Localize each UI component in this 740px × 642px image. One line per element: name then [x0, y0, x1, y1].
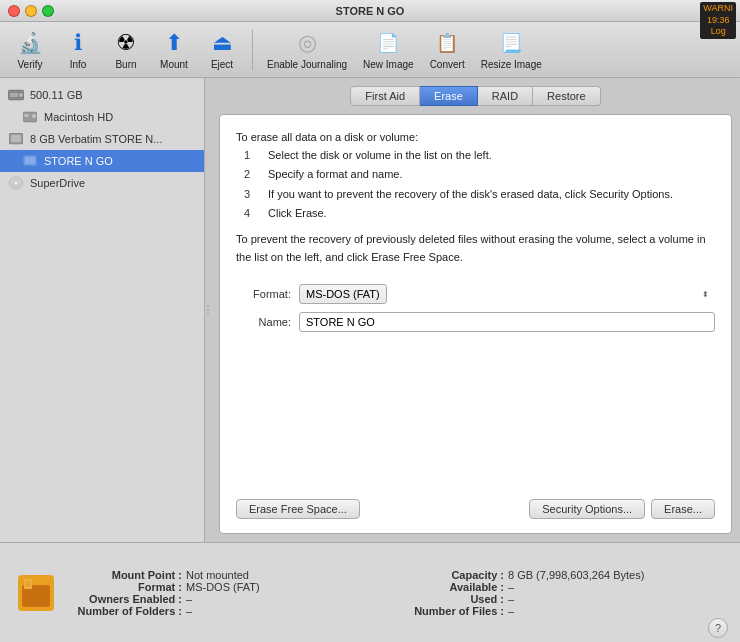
erase-content-panel: To erase all data on a disk or volume: 1…	[219, 114, 732, 534]
used-val: –	[508, 593, 514, 605]
toolbar-mount[interactable]: ⬆ Mount	[152, 25, 196, 74]
files-key: Number of Files :	[394, 605, 504, 617]
status-right-col: Capacity : 8 GB (7,998,603,264 Bytes) Av…	[394, 569, 696, 617]
format-label: Format:	[236, 288, 291, 300]
toolbar-verify[interactable]: 🔬 Verify	[8, 25, 52, 74]
sidebar-label-store-n-go: STORE N GO	[44, 155, 113, 167]
footer-note: To prevent the recovery of previously de…	[236, 231, 715, 266]
titlebar: STORE N GO WARNI 19:36 Log	[0, 0, 740, 22]
status-used: Used : –	[394, 593, 696, 605]
instruction-title: To erase all data on a disk or volume:	[236, 129, 715, 147]
toolbar-info[interactable]: ℹ Info	[56, 25, 100, 74]
toolbar-burn[interactable]: ☢ Burn	[104, 25, 148, 74]
toolbar-convert[interactable]: 📋 Convert	[424, 25, 471, 74]
instr-text-3: If you want to prevent the recovery of t…	[268, 186, 673, 204]
status-mount-point: Mount Point : Not mounted	[72, 569, 374, 581]
status-capacity: Capacity : 8 GB (7,998,603,264 Bytes)	[394, 569, 696, 581]
status-folders: Number of Folders : –	[72, 605, 374, 617]
tab-erase[interactable]: Erase	[420, 86, 478, 106]
mount-point-val: Not mounted	[186, 569, 249, 581]
svg-point-11	[14, 181, 18, 185]
sidebar-item-store-n-go[interactable]: STORE N GO	[0, 150, 204, 172]
status-left-col: Mount Point : Not mounted Format : MS-DO…	[72, 569, 374, 617]
convert-icon: 📋	[433, 29, 461, 57]
svg-point-14	[207, 313, 209, 315]
burn-icon: ☢	[112, 29, 140, 57]
sidebar-item-disk-500[interactable]: 500.11 GB	[0, 84, 204, 106]
convert-label: Convert	[430, 59, 465, 70]
eject-icon: ⏏	[208, 29, 236, 57]
resize-image-label: Resize Image	[481, 59, 542, 70]
instr-text-4: Click Erase.	[268, 205, 327, 223]
toolbar-resize-image[interactable]: 📃 Resize Image	[475, 25, 548, 74]
close-button[interactable]	[8, 5, 20, 17]
info-icon: ℹ	[64, 29, 92, 57]
instr-num-1: 1	[244, 147, 258, 165]
svg-rect-9	[25, 157, 35, 164]
folders-key: Number of Folders :	[72, 605, 182, 617]
resize-image-icon: 📃	[497, 29, 525, 57]
toolbar-eject[interactable]: ⏏ Eject	[200, 25, 244, 74]
new-image-icon: 📄	[374, 29, 402, 57]
window-controls	[8, 5, 54, 17]
format-val: MS-DOS (FAT)	[186, 581, 260, 593]
new-image-label: New Image	[363, 59, 414, 70]
mount-label: Mount	[160, 59, 188, 70]
svg-rect-1	[10, 93, 18, 97]
toolbar-sep1	[252, 30, 253, 70]
maximize-button[interactable]	[42, 5, 54, 17]
svg-rect-4	[24, 114, 29, 117]
minimize-button[interactable]	[25, 5, 37, 17]
sidebar-label-disk-500: 500.11 GB	[30, 89, 83, 101]
format-key: Format :	[72, 581, 182, 593]
log-badge-line1: WARNI	[703, 3, 733, 15]
instruction-list: 1 Select the disk or volume in the list …	[244, 147, 715, 223]
security-options-button[interactable]: Security Options...	[529, 499, 645, 519]
status-owners: Owners Enabled : –	[72, 593, 374, 605]
format-select-wrapper[interactable]: MS-DOS (FAT) ⬍	[299, 284, 715, 304]
verbatim-icon	[8, 131, 24, 147]
erase-button[interactable]: Erase...	[651, 499, 715, 519]
sidebar-label-superdrive: SuperDrive	[30, 177, 85, 189]
btn-group-right: Security Options... Erase...	[529, 499, 715, 519]
instr-num-2: 2	[244, 166, 258, 184]
tab-raid[interactable]: RAID	[478, 86, 533, 106]
info-label: Info	[70, 59, 87, 70]
svg-point-2	[19, 93, 23, 97]
toolbar-enable-journaling[interactable]: ◎ Enable Journaling	[261, 25, 353, 74]
mount-point-key: Mount Point :	[72, 569, 182, 581]
format-select[interactable]: MS-DOS (FAT)	[299, 284, 387, 304]
status-files: Number of Files : –	[394, 605, 696, 617]
available-key: Available :	[394, 581, 504, 593]
name-label: Name:	[236, 316, 291, 328]
name-row: Name:	[236, 312, 715, 332]
instr-row-3: 3 If you want to prevent the recovery of…	[244, 186, 715, 204]
verify-icon: 🔬	[16, 29, 44, 57]
name-input[interactable]	[299, 312, 715, 332]
available-val: –	[508, 581, 514, 593]
macintosh-hd-icon	[22, 109, 38, 125]
svg-rect-7	[11, 135, 21, 142]
sidebar-item-superdrive[interactable]: SuperDrive	[0, 172, 204, 194]
capacity-val: 8 GB (7,998,603,264 Bytes)	[508, 569, 644, 581]
status-grid: Mount Point : Not mounted Format : MS-DO…	[72, 569, 696, 617]
tab-first-aid[interactable]: First Aid	[350, 86, 420, 106]
help-button[interactable]: ?	[708, 618, 728, 638]
burn-label: Burn	[115, 59, 136, 70]
svg-point-13	[207, 309, 209, 311]
sidebar-item-verbatim[interactable]: 8 GB Verbatim STORE N...	[0, 128, 204, 150]
instr-row-2: 2 Specify a format and name.	[244, 166, 715, 184]
toolbar-new-image[interactable]: 📄 New Image	[357, 25, 420, 74]
erase-instructions: To erase all data on a disk or volume: 1…	[236, 129, 715, 266]
panel-buttons: Erase Free Space... Security Options... …	[236, 491, 715, 519]
tab-restore[interactable]: Restore	[533, 86, 601, 106]
erase-free-space-button[interactable]: Erase Free Space...	[236, 499, 360, 519]
log-badge[interactable]: WARNI 19:36 Log	[700, 2, 736, 39]
sidebar: 500.11 GB Macintosh HD 8 GB Verbatim ST	[0, 78, 205, 542]
mount-icon: ⬆	[160, 29, 188, 57]
enable-journaling-label: Enable Journaling	[267, 59, 347, 70]
disk-500-icon	[8, 87, 24, 103]
sidebar-item-macintosh-hd[interactable]: Macintosh HD	[0, 106, 204, 128]
store-n-go-icon	[22, 153, 38, 169]
instr-row-4: 4 Click Erase.	[244, 205, 715, 223]
